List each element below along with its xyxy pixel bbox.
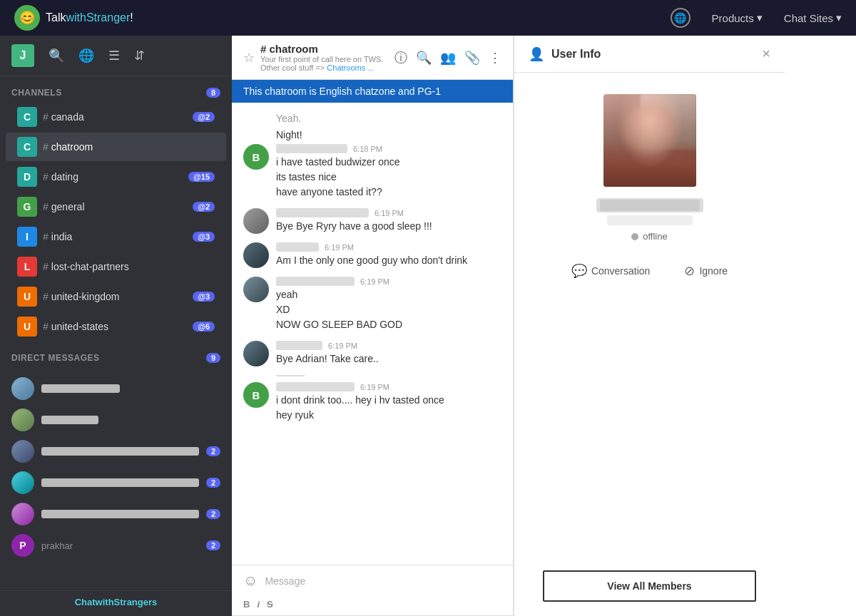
message-username-3 [276,242,319,252]
msg-text: Yeah. [276,113,301,124]
view-all-label: View All Members [607,580,691,592]
message-time-5: 6:19 PM [328,342,357,350]
user-handle [607,215,693,225]
bold-button[interactable]: B [243,599,250,610]
channel-item-india[interactable]: I # india @3 [6,222,226,251]
message-header-2: 6:19 PM [276,208,501,217]
strike-button[interactable]: S [267,599,273,610]
msg-4-3: NOW GO SLEEP BAD GOD [276,317,501,332]
channel-dot-dating: D [17,167,37,187]
message-input[interactable] [265,575,501,587]
channel-item-dating[interactable]: D # dating @15 [6,163,226,191]
channel-item-us[interactable]: U # united-states @6 [6,312,226,341]
conversation-button[interactable]: 💬 Conversation [563,259,659,283]
message-header-6: 6:19 PM [276,382,501,391]
dm-item-3[interactable]: 2 [0,436,232,467]
dm-item-1[interactable] [0,373,232,404]
chatsites-menu[interactable]: Chat Sites ▾ [784,11,842,24]
message-avatar-2 [243,208,269,234]
channel-name-dating: dating [51,171,188,183]
channel-dot-india: I [17,227,37,247]
status-text: offline [643,231,667,242]
products-menu[interactable]: Products ▾ [712,11,763,24]
dm-item-prakhar[interactable]: P prakhar 2 [0,530,232,561]
channel-badge-india: @3 [193,232,215,242]
message-avatar-6: B [243,382,269,408]
message-content-5: 6:19 PM Bye Adrian! Take care.. [276,341,501,366]
channel-item-uk[interactable]: U # united-kingdom @3 [6,282,226,311]
channel-badge-uk: @3 [193,292,215,302]
channel-item-general[interactable]: G # general @2 [6,192,226,221]
dm-name-1 [41,384,120,393]
globe-icon[interactable]: 🌐 [671,8,691,28]
divider [276,375,305,376]
user-info-header: 👤 User Info × [514,36,785,73]
message-group-6: B 6:19 PM i dont drink too.... hey i hv … [243,382,501,423]
channels-count: 8 [206,88,220,98]
sidebar-footer: ChatwithStrangers [0,590,232,616]
channel-subtitle: Your first point of call here on TWS. Ot… [260,55,389,72]
channel-title-text: # chatroom [260,43,318,55]
logo-text: TalkwithStranger! [46,11,133,24]
channel-badge-us: @6 [193,322,215,332]
dm-item-2[interactable] [0,404,232,436]
message-avatar-1: B [243,144,269,170]
chat-header-icons: ⓘ 🔍 👥 📎 ⋮ [394,49,501,66]
msg-1-2: its tastes nice [276,170,501,185]
ignore-button[interactable]: ⊘ Ignore [676,259,736,283]
conversation-icon: 💬 [571,263,587,279]
message-continuation-1: Yeah. [243,111,501,126]
chatrooms-link[interactable]: Chatrooms ... [327,63,374,72]
msg-1-3: have anyone tasted it?? [276,185,501,200]
close-button[interactable]: × [762,46,770,62]
dm-badge-5: 2 [206,509,220,519]
user-actions: 💬 Conversation ⊘ Ignore [563,259,736,283]
channel-name-general: general [51,201,193,212]
italic-button[interactable]: i [257,599,260,610]
channel-name-uk: united-kingdom [51,291,193,302]
search-icon[interactable]: 🔍 [49,48,64,63]
channel-hash: # [43,111,49,123]
info-icon[interactable]: ⓘ [394,49,407,66]
conversation-label: Conversation [591,265,651,277]
dm-avatar-4 [11,471,34,494]
channel-dot-uk: U [17,287,37,307]
msg-3-1: Am I the only one good guy who don't dri… [276,253,501,268]
view-all-members-button[interactable]: View All Members [543,570,756,602]
emoji-button[interactable]: ☺ [243,573,258,589]
sort-icon[interactable]: ⇵ [134,48,145,63]
message-time-1: 6:18 PM [353,145,382,153]
top-nav-links: 🌐 Products ▾ Chat Sites ▾ [671,8,842,28]
channel-banner: This chatroom is English chatzone and PG… [232,80,513,103]
dm-badge-prakhar: 2 [206,540,220,550]
channel-name-india: india [51,231,193,242]
channel-dot-us: U [17,317,37,337]
channel-item-lcp[interactable]: L # lost-chat-partners [6,252,226,281]
more-icon[interactable]: ⋮ [489,50,501,66]
user-photo [603,94,696,187]
messages-area[interactable]: Yeah. Night! B 6:18 PM i have tasted bud… [232,103,513,565]
user-info-icon: 👤 [529,46,544,62]
products-label: Products [712,12,754,24]
msg-6-2: hey ryuk [276,408,501,423]
dm-badge-4: 2 [206,478,220,488]
search-chat-icon[interactable]: 🔍 [416,50,432,66]
message-header-3: 6:19 PM [276,242,501,252]
channel-item-chatroom[interactable]: C # chatroom [6,133,226,161]
sidebar-avatar[interactable]: J [11,44,34,67]
dm-item-4[interactable]: 2 [0,467,232,498]
dm-list: 2 2 2 P p [0,367,232,567]
ignore-icon: ⊘ [684,263,695,279]
dm-name-2 [41,416,98,424]
channel-item-canada[interactable]: C # canada @2 [6,103,226,131]
logo-exclaim: ! [130,11,133,24]
members-icon[interactable]: 👥 [440,50,456,66]
globe-sidebar-icon[interactable]: 🌐 [78,48,94,63]
message-content-1: 6:18 PM i have tasted budwizer once its … [276,144,501,200]
attachment-icon[interactable]: 📎 [464,50,480,66]
star-icon[interactable]: ☆ [243,50,255,66]
dm-item-5[interactable]: 2 [0,498,232,530]
user-info-title: User Info [551,48,762,61]
list-icon[interactable]: ☰ [108,48,120,63]
message-input-area: ☺ [232,565,513,596]
